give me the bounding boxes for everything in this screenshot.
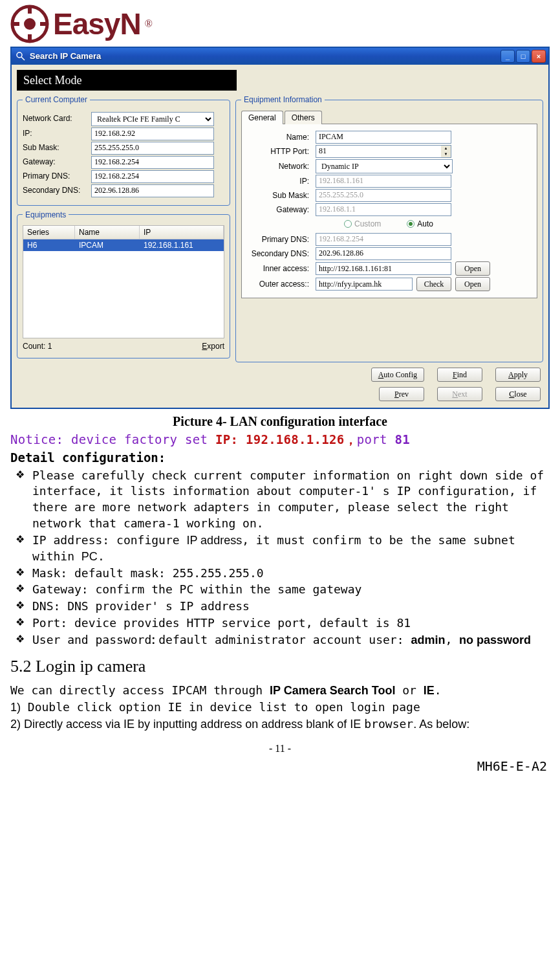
list-item: User and password: default administrator… [10,632,550,648]
radio-custom[interactable] [344,220,352,228]
svg-rect-5 [40,22,47,26]
svg-point-1 [24,18,36,30]
equipments-group: Equipments Series Name IP H6 IPCAM 192.1… [17,210,230,358]
spinner-down-icon[interactable]: ▼ [441,151,451,157]
window-titlebar: Search IP Camera _ □ × [12,48,548,65]
ei-pdns-input [316,233,451,246]
cc-sdns-label: Secondary DNS: [23,185,87,195]
ei-outer-label: Outer access:: [247,279,312,289]
spinner-up-icon[interactable]: ▲ [441,146,451,151]
ei-name-label: Name: [247,132,312,142]
list-item: DNS: DNS provider' s IP address [10,599,550,615]
table-row[interactable]: H6 IPCAM 192.168.1.161 [23,239,224,251]
equipment-info-legend: Equipment Information [241,94,325,105]
ei-name-input[interactable] [316,131,451,144]
cc-submask-input[interactable] [91,142,214,155]
cc-ip-input[interactable] [91,127,214,140]
outer-check-button[interactable]: Check [416,277,451,291]
ei-httpport-label: HTTP Port: [247,146,312,157]
ei-gateway-label: Gateway: [247,204,312,215]
network-card-select[interactable]: Realtek PCIe FE Family C [91,112,214,126]
search-ip-camera-window: Search IP Camera _ □ × Select Mode Curre… [10,47,550,409]
close-button[interactable]: Close [495,387,541,401]
tab-general[interactable]: General [241,111,283,124]
list-item: Please carefully check current computer … [10,468,550,532]
ei-inner-input[interactable] [316,262,451,275]
next-button: Next [437,387,482,401]
document-code: MH6E-E-A2 [10,758,550,775]
ei-ip-input [316,175,451,188]
cc-gateway-label: Gateway: [23,157,87,167]
list-item: Port: device provides HTTP service port,… [10,615,550,632]
radio-auto-label: Auto [417,219,433,229]
equipments-count: Count: 1 [23,341,52,351]
apply-button[interactable]: Apply [495,368,541,382]
radio-auto[interactable] [407,220,415,228]
prev-button[interactable]: Prev [379,387,424,401]
svg-rect-2 [28,7,32,14]
col-name[interactable]: Name [75,226,140,239]
export-link[interactable]: Export [202,341,224,351]
section-intro: We can directly access IPCAM through IP … [10,683,550,698]
ei-outer-input[interactable] [316,278,413,291]
svg-rect-4 [13,22,19,26]
svg-rect-3 [28,34,32,41]
detail-config-heading: Detail configuration: [10,450,550,467]
equipments-legend: Equipments [23,210,69,220]
ei-sdns-label: Secondary DNS: [247,248,312,259]
ei-gateway-input [316,203,451,216]
find-button[interactable]: Find [437,368,482,382]
window-close-button[interactable]: × [532,50,546,63]
section-heading: 5.2 Login ip camera [10,655,550,678]
ei-network-select[interactable]: Dynamic IP [316,159,453,173]
ei-inner-label: Inner access: [247,263,312,274]
ei-network-label: Network: [247,161,312,171]
cc-pdns-label: Primary DNS: [23,171,87,181]
col-series[interactable]: Series [23,226,75,239]
list-item: Gateway: confirm the PC within the same … [10,582,550,598]
tab-panel-general: Name: HTTP Port: ▲▼ Network: Dynamic IP … [241,124,537,299]
auto-config-button[interactable]: Auto Config [371,368,424,382]
radio-custom-label: Custom [354,219,381,229]
brand-name: EasyN [53,4,141,44]
brand-header: EasyN ® [10,4,550,44]
equipment-info-group: Equipment Information General Others Nam… [235,94,543,362]
svg-point-6 [17,52,22,58]
configuration-list: Please carefully check current computer … [10,468,550,648]
col-ip[interactable]: IP [140,226,224,239]
current-computer-legend: Current Computer [23,94,90,105]
ei-sdns-input[interactable] [316,247,451,260]
window-minimize-button[interactable]: _ [501,50,515,63]
inner-open-button[interactable]: Open [455,261,490,276]
search-icon [16,51,26,61]
cc-submask-label: Sub Mask: [23,142,87,153]
current-computer-group: Current Computer Network Card: Realtek P… [17,94,230,205]
cc-pdns-input[interactable] [91,170,214,183]
ei-submask-label: Sub Mask: [247,190,312,201]
select-mode-banner: Select Mode [17,70,237,91]
cc-sdns-input[interactable] [91,184,214,197]
network-card-label: Network Card: [23,113,87,124]
cc-ip-label: IP: [23,128,87,138]
step-1: 1) Double click option IE in device list… [10,700,550,715]
ei-submask-input [316,189,451,202]
list-item: IP address: configure IP address, it mus… [10,533,550,565]
figure-caption: Picture 4- LAN configuration interface [10,413,550,430]
window-maximize-button[interactable]: □ [516,50,530,63]
window-title: Search IP Camera [30,50,101,62]
svg-line-7 [21,57,25,60]
cc-gateway-input[interactable] [91,156,214,169]
notice-line: Notice: device factory set IP: 192.168.1… [10,432,550,448]
equipments-table[interactable]: Series Name IP H6 IPCAM 192.168.1.161 [23,225,224,338]
page-number: - 11 - [10,742,550,756]
list-item: Mask: default mask: 255.255.255.0 [10,566,550,582]
brand-logo-icon [10,5,49,43]
row-series: H6 [23,239,75,251]
ei-pdns-label: Primary DNS: [247,234,312,245]
ei-httpport-input[interactable] [316,145,441,158]
row-name: IPCAM [75,239,140,251]
brand-registered: ® [145,17,153,31]
step-2: 2) Directly access via IE by inputting a… [10,716,550,732]
tab-others[interactable]: Others [285,111,322,124]
outer-open-button[interactable]: Open [455,277,490,291]
